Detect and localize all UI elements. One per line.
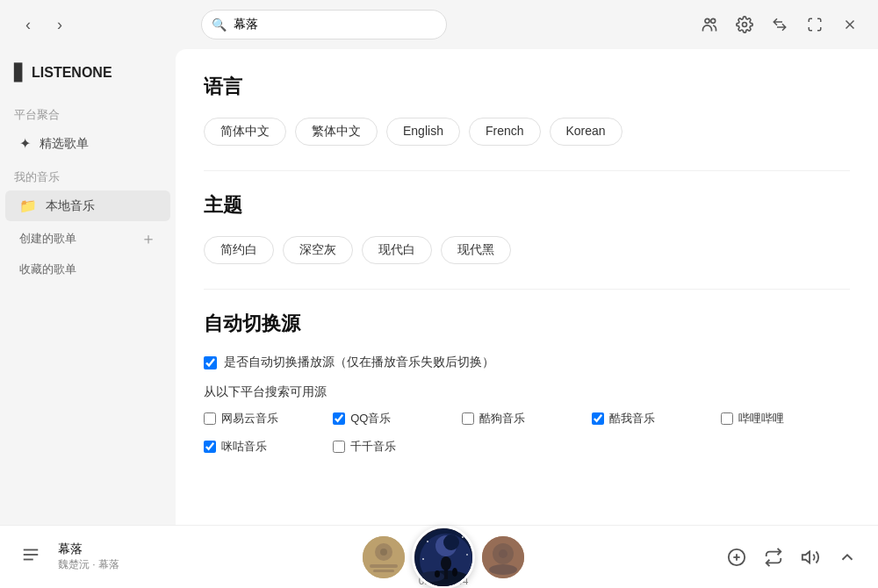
add-to-playlist-button[interactable] (723, 544, 750, 570)
platform-qianqian-checkbox[interactable] (333, 441, 345, 453)
minimize-button[interactable] (766, 11, 794, 39)
sidebar-item-favorite[interactable]: 收藏的歌单 (5, 256, 170, 283)
theme-section: 主题 简约白 深空灰 现代白 现代黑 (204, 192, 850, 264)
platform-qq: QQ音乐 (333, 411, 462, 427)
auto-switch-checkbox[interactable] (204, 356, 217, 369)
auto-switch-section: 自动切换源 是否自动切换播放源（仅在播放音乐失败后切换） 从以下平台搜索可用源 … (204, 311, 850, 455)
close-button[interactable] (836, 11, 864, 39)
track-info: 幕落 魏楚沅 · 幕落 (58, 541, 163, 572)
svg-point-20 (441, 556, 451, 570)
divider-2 (204, 289, 850, 290)
content-area: 语言 简体中文 繁体中文 English French Korean 主题 简约… (176, 49, 878, 525)
platform-bilibili-checkbox[interactable] (721, 412, 733, 425)
app-logo: ▋ LISTENONE (0, 56, 176, 97)
sidebar: ▋ LISTENONE 平台聚合 ✦ 精选歌单 我的音乐 📁 本地音乐 创建的歌… (0, 49, 176, 525)
loop-button[interactable] (760, 544, 787, 570)
platform-qianqian: 千千音乐 (333, 439, 462, 455)
tag-korean[interactable]: Korean (550, 118, 623, 146)
svg-point-2 (742, 23, 746, 27)
sidebar-section-platform: 平台聚合 (0, 104, 176, 126)
loop-icon (764, 548, 783, 567)
tag-simplified-chinese[interactable]: 简体中文 (204, 118, 286, 146)
platform-bilibili-label: 哔哩哔哩 (738, 411, 784, 427)
queue-button[interactable] (18, 541, 44, 572)
tag-french[interactable]: French (469, 118, 541, 146)
platform-qianqian-label: 千千音乐 (350, 439, 396, 455)
tag-english[interactable]: English (386, 118, 460, 146)
language-tags: 简体中文 繁体中文 English French Korean (204, 118, 850, 146)
auto-switch-checkbox-row: 是否自动切换播放源（仅在播放音乐失败后切换） (204, 355, 850, 370)
platform-grid: 网易云音乐 QQ音乐 酷狗音乐 酷我音乐 哔哩哔哩 (204, 411, 850, 455)
svg-marker-34 (802, 551, 810, 563)
svg-rect-12 (373, 570, 394, 572)
svg-point-22 (462, 536, 464, 538)
tag-modern-white[interactable]: 现代白 (362, 236, 432, 264)
player-controls (723, 544, 860, 570)
tag-simple-white[interactable]: 简约白 (204, 236, 274, 264)
album-thumb-left[interactable] (363, 536, 405, 578)
fullscreen-icon (807, 17, 823, 32)
track-artist: 魏楚沅 · 幕落 (58, 557, 163, 572)
language-section: 语言 简体中文 繁体中文 English French Korean (204, 74, 850, 146)
sidebar-item-featured[interactable]: ✦ 精选歌单 (5, 128, 170, 159)
search-bar: 🔍 (201, 10, 447, 39)
platform-bilibili: 哔哩哔哩 (721, 411, 850, 427)
add-playlist-button[interactable]: ＋ (140, 228, 156, 249)
platform-kugou-checkbox[interactable] (462, 412, 474, 425)
platform-migu-label: 咪咕音乐 (221, 439, 267, 455)
platform-netease: 网易云音乐 (204, 411, 333, 427)
album-thumb-main[interactable] (412, 526, 475, 589)
add-icon (727, 548, 746, 567)
auto-switch-title: 自动切换源 (204, 311, 850, 337)
forward-button[interactable]: › (46, 11, 74, 39)
settings-button[interactable] (730, 11, 759, 39)
tag-deep-gray[interactable]: 深空灰 (283, 236, 353, 264)
volume-icon (801, 548, 820, 567)
divider-1 (204, 170, 850, 171)
sidebar-item-created[interactable]: 创建的歌单 ＋ (5, 223, 170, 255)
back-button[interactable]: ‹ (14, 11, 42, 39)
logo-icon: ▋ (14, 63, 26, 82)
platform-netease-label: 网易云音乐 (221, 411, 278, 427)
expand-button[interactable] (834, 544, 860, 570)
folder-icon: 📁 (19, 197, 37, 214)
tag-modern-black[interactable]: 现代黑 (441, 236, 511, 264)
source-search-label: 从以下平台搜索可用源 (204, 384, 850, 400)
svg-point-23 (466, 554, 468, 556)
player-bar: 幕落 魏楚沅 · 幕落 (0, 525, 878, 588)
platform-kuwo-label: 酷我音乐 (609, 411, 655, 427)
sidebar-item-favorite-label: 收藏的歌单 (19, 262, 76, 277)
platform-netease-checkbox[interactable] (204, 412, 216, 425)
queue-icon (21, 545, 40, 564)
language-title: 语言 (204, 74, 850, 100)
search-input[interactable] (201, 10, 447, 39)
svg-point-26 (452, 568, 457, 577)
svg-point-10 (380, 549, 387, 556)
platform-kuwo: 酷我音乐 (592, 411, 721, 427)
platform-qq-label: QQ音乐 (350, 411, 391, 427)
platform-migu-checkbox[interactable] (204, 441, 216, 453)
expand-icon (838, 548, 857, 567)
platform-kugou-label: 酷狗音乐 (479, 411, 525, 427)
platform-migu: 咪咕音乐 (204, 439, 333, 455)
platform-kugou: 酷狗音乐 (462, 411, 591, 427)
player-thumbnails: 0:19 / 4:04 (177, 526, 709, 589)
track-name: 幕落 (58, 541, 163, 557)
platform-qq-checkbox[interactable] (333, 412, 345, 425)
topbar: ‹ › 🔍 (0, 0, 878, 49)
volume-button[interactable] (797, 544, 824, 570)
svg-point-1 (711, 18, 716, 23)
gear-icon (736, 16, 753, 33)
album-thumb-right[interactable] (482, 536, 524, 578)
user-group-icon (701, 16, 718, 33)
sidebar-item-local-label: 本地音乐 (46, 198, 95, 214)
fullscreen-button[interactable] (801, 11, 829, 39)
platform-kuwo-checkbox[interactable] (592, 412, 604, 425)
sidebar-item-local[interactable]: 📁 本地音乐 (5, 190, 170, 221)
sidebar-section-mymusic: 我的音乐 (0, 166, 176, 189)
svg-point-21 (427, 541, 428, 542)
user-group-button[interactable] (695, 11, 723, 39)
svg-point-0 (705, 18, 709, 23)
svg-rect-11 (370, 564, 398, 568)
tag-traditional-chinese[interactable]: 繁体中文 (295, 118, 378, 146)
